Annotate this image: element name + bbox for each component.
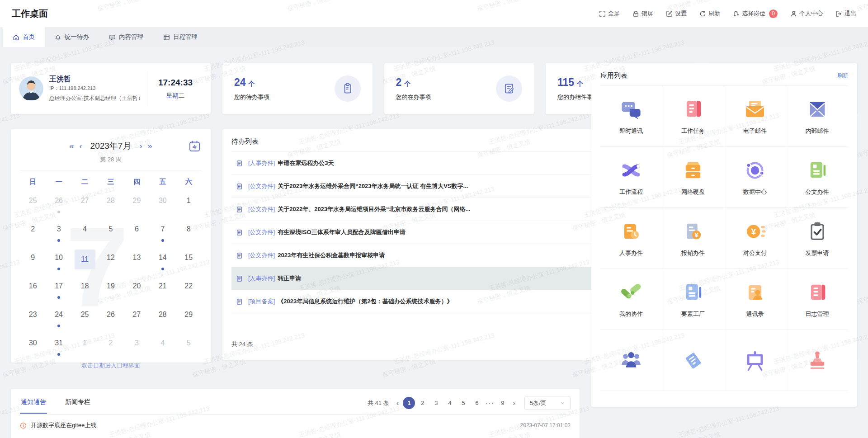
- app-内部邮件[interactable]: 内部邮件: [786, 86, 848, 147]
- app-我的协作[interactable]: 我的协作: [600, 269, 662, 330]
- next-year-button[interactable]: »: [147, 142, 152, 150]
- page-button-2[interactable]: 2: [416, 397, 429, 409]
- calendar-day-31[interactable]: 31: [46, 330, 71, 359]
- calendar-day-23[interactable]: 23: [20, 302, 46, 330]
- calendar-day-16[interactable]: 16: [20, 273, 46, 302]
- app-item-partial[interactable]: [724, 330, 786, 391]
- page-button-3[interactable]: 3: [430, 397, 442, 409]
- calendar-day-9[interactable]: 9: [20, 245, 46, 273]
- app-工作流程[interactable]: 工作流程: [600, 147, 662, 208]
- news-item[interactable]: 开源数字底座在gitee上线2023-07-07 17:01:02: [20, 421, 571, 429]
- calendar-day-5[interactable]: 5: [176, 330, 202, 359]
- calendar-day-1[interactable]: 1: [72, 330, 98, 359]
- calendar-day-2[interactable]: 2: [20, 217, 46, 245]
- page-button-6[interactable]: 6: [471, 397, 483, 409]
- header-action-refresh[interactable]: 刷新: [699, 9, 720, 18]
- app-要素工厂[interactable]: 要素工厂: [662, 269, 724, 330]
- calendar-day-12[interactable]: 12: [98, 245, 123, 273]
- stat-card-您的待办事项[interactable]: 24个您的待办事项: [222, 63, 373, 114]
- calendar-day-15[interactable]: 15: [176, 245, 202, 273]
- page-button-9[interactable]: 9: [496, 397, 509, 409]
- app-item-partial[interactable]: [662, 330, 724, 391]
- calendar-day-19[interactable]: 19: [98, 273, 123, 302]
- calendar-day-25[interactable]: 25: [20, 188, 46, 217]
- app-通讯录[interactable]: 通讯录: [724, 269, 786, 330]
- header-action-lock[interactable]: 锁屏: [632, 9, 653, 18]
- app-报销办件[interactable]: ¥报销办件: [662, 208, 724, 269]
- calendar-day-30[interactable]: 30: [20, 330, 46, 359]
- calendar-day-13[interactable]: 13: [124, 245, 150, 273]
- calendar-day-26[interactable]: 26: [98, 302, 123, 330]
- calendar-day-3[interactable]: 3: [124, 330, 150, 359]
- today-icon[interactable]: 今: [189, 140, 201, 152]
- tab-首页[interactable]: 首页: [3, 27, 45, 47]
- app-数据中心[interactable]: 数据中心: [724, 147, 786, 208]
- avatar[interactable]: [19, 76, 43, 101]
- calendar-day-10[interactable]: 10: [46, 245, 71, 273]
- app-发票申请[interactable]: 发票申请: [786, 208, 848, 269]
- stat-unit: 个: [249, 80, 255, 88]
- notice-tab-通知通告[interactable]: 通知通告: [20, 397, 47, 414]
- next-month-button[interactable]: ›: [139, 142, 142, 150]
- calendar-day-3[interactable]: 3: [46, 217, 71, 245]
- header-action-switch-post[interactable]: 选择岗位0: [733, 9, 778, 18]
- calendar-day-25[interactable]: 25: [72, 302, 98, 330]
- calendar-day-1[interactable]: 1: [176, 188, 202, 217]
- calendar-day-28[interactable]: 28: [150, 302, 175, 330]
- calendar-day-2[interactable]: 2: [98, 330, 123, 359]
- header-action-logout[interactable]: 退出: [835, 9, 856, 18]
- header-action-fullscreen[interactable]: 全屏: [599, 9, 620, 18]
- page-button-4[interactable]: 4: [443, 397, 456, 409]
- calendar-footer-link[interactable]: 双击日期进入日程界面: [20, 362, 202, 370]
- calendar-day-29[interactable]: 29: [124, 188, 150, 217]
- app-电子邮件[interactable]: 电子邮件: [724, 86, 786, 147]
- notice-tab-新闻专栏[interactable]: 新闻专栏: [64, 397, 91, 413]
- calendar-day-21[interactable]: 21: [150, 273, 175, 302]
- tab-内容管理[interactable]: 内容管理: [99, 27, 153, 47]
- calendar-day-14[interactable]: 14: [150, 245, 175, 273]
- calendar-day-7[interactable]: 7: [150, 217, 175, 245]
- header-action-settings[interactable]: 设置: [666, 9, 687, 18]
- app-网络硬盘[interactable]: 网络硬盘: [662, 147, 724, 208]
- calendar-day-18[interactable]: 18: [72, 273, 98, 302]
- header-action-user[interactable]: 个人中心: [790, 9, 823, 18]
- app-人事办件[interactable]: 人事办件: [600, 208, 662, 269]
- calendar-day-17[interactable]: 17: [46, 273, 71, 302]
- refresh-link[interactable]: 刷新: [837, 72, 848, 80]
- calendar-day-22[interactable]: 22: [176, 273, 202, 302]
- calendar-day-24[interactable]: 24: [46, 302, 71, 330]
- calendar-day-30[interactable]: 30: [150, 188, 175, 217]
- app-工作任务[interactable]: 工作任务: [662, 86, 724, 147]
- calendar-day-8[interactable]: 8: [176, 217, 202, 245]
- calendar-day-26[interactable]: 26: [46, 188, 71, 217]
- page-button-5[interactable]: 5: [457, 397, 469, 409]
- next-page-button[interactable]: ›: [510, 399, 518, 407]
- page-button-1[interactable]: 1: [403, 397, 415, 409]
- prev-year-button[interactable]: «: [70, 142, 74, 150]
- stat-card-您的在办事项[interactable]: 2个您的在办事项: [384, 63, 534, 114]
- app-item-partial[interactable]: [786, 330, 848, 391]
- app-公文办件[interactable]: 公文办件: [786, 147, 848, 208]
- calendar-day-4[interactable]: 4: [72, 217, 98, 245]
- prev-month-button[interactable]: ‹: [80, 142, 82, 150]
- calendar-day-4[interactable]: 4: [150, 330, 175, 359]
- app-即时通讯[interactable]: 即时通讯: [600, 86, 662, 147]
- calendar-day-20[interactable]: 20: [124, 273, 150, 302]
- calendar-day-5[interactable]: 5: [98, 217, 123, 245]
- prev-page-button[interactable]: ‹: [394, 399, 402, 407]
- calendar-day-29[interactable]: 29: [176, 302, 202, 330]
- app-item-partial[interactable]: [600, 330, 662, 391]
- calendar-day-27[interactable]: 27: [124, 302, 150, 330]
- calendar-day-6[interactable]: 6: [124, 217, 150, 245]
- user-name: 王洪哲: [49, 75, 145, 84]
- app-对公支付[interactable]: ¥对公支付: [724, 208, 786, 269]
- notice-page-size-select[interactable]: 5条/页: [524, 396, 571, 410]
- page-ellipsis[interactable]: ···: [484, 399, 495, 407]
- calendar-day-28[interactable]: 28: [98, 188, 123, 217]
- tab-统一待办[interactable]: 统一待办: [45, 27, 99, 47]
- tab-日程管理[interactable]: 日程管理: [153, 27, 208, 47]
- calendar-day-11[interactable]: 11: [72, 245, 98, 273]
- todo-title: 待办列表: [231, 137, 259, 146]
- app-日志管理[interactable]: 日志管理: [786, 269, 848, 330]
- calendar-day-27[interactable]: 27: [72, 188, 98, 217]
